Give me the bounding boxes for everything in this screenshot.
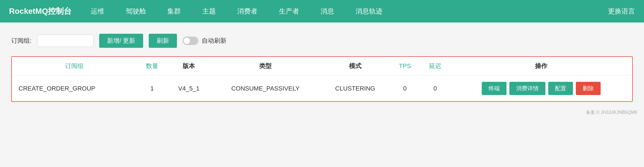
navbar-lang-button[interactable]: 更换语言	[608, 7, 635, 16]
navbar-item-topic[interactable]: 主题	[200, 6, 218, 17]
navbar-item-dashboard[interactable]: 驾驶舱	[123, 6, 148, 17]
navbar: RocketMQ控制台 运维 驾驶舱 集群 主题 消费者 生产者 消息 消息轨迹…	[0, 0, 644, 22]
col-header-count: 数量	[137, 57, 167, 76]
col-header-mode: 模式	[320, 57, 390, 76]
auto-refresh-toggle[interactable]	[183, 37, 198, 45]
navbar-item-trace[interactable]: 消息轨迹	[353, 6, 385, 17]
terminal-button[interactable]: 终端	[482, 82, 507, 95]
navbar-item-ops[interactable]: 运维	[88, 6, 106, 17]
navbar-item-message[interactable]: 消息	[318, 6, 336, 17]
consumer-detail-button[interactable]: 消费详情	[509, 82, 545, 95]
cell-version: V4_5_1	[167, 76, 210, 101]
cell-mode: CLUSTERING	[320, 76, 390, 101]
toolbar: 订阅组: 新增/ 更新 刷新 自动刷新	[11, 34, 633, 48]
refresh-button[interactable]: 刷新	[149, 34, 177, 48]
cell-count: 1	[137, 76, 167, 101]
navbar-item-producer[interactable]: 生产者	[277, 6, 301, 17]
toggle-slider	[183, 37, 198, 45]
search-input[interactable]	[37, 35, 94, 47]
col-header-tps: TPS	[390, 57, 420, 76]
navbar-brand: RocketMQ控制台	[9, 6, 72, 17]
navbar-menu: 运维 驾驶舱 集群 主题 消费者 生产者 消息 消息轨迹	[88, 6, 608, 17]
table-body: CREATE_ORDER_GROUP 1 V4_5_1 CONSUME_PASS…	[12, 76, 632, 101]
auto-refresh-label: 自动刷新	[202, 37, 226, 45]
navbar-item-consumer[interactable]: 消费者	[235, 6, 260, 17]
col-header-version: 版本	[167, 57, 210, 76]
col-header-delay: 延迟	[420, 57, 450, 76]
navbar-item-cluster[interactable]: 集群	[165, 6, 183, 17]
cell-delay: 0	[420, 76, 450, 101]
add-update-button[interactable]: 新增/ 更新	[99, 34, 143, 48]
config-button[interactable]: 配置	[548, 82, 573, 95]
main-content: 订阅组: 新增/ 更新 刷新 自动刷新 订阅组 数量 版本 类型 模式 TPS	[0, 22, 644, 107]
table-header: 订阅组 数量 版本 类型 模式 TPS 延迟 操作	[12, 57, 632, 76]
action-buttons: 终端 消费详情 配置 删除	[455, 82, 628, 95]
delete-button[interactable]: 删除	[576, 82, 601, 95]
cell-tps: 0	[390, 76, 420, 101]
footer-text: 备案 © JH33JKJNB5QM6	[586, 110, 638, 115]
toolbar-label: 订阅组:	[11, 37, 32, 45]
cell-actions: 终端 消费详情 配置 删除	[450, 76, 632, 101]
cell-type: CONSUME_PASSIVELY	[210, 76, 320, 101]
table-row: CREATE_ORDER_GROUP 1 V4_5_1 CONSUME_PASS…	[12, 76, 632, 101]
col-header-type: 类型	[210, 57, 320, 76]
col-header-actions: 操作	[450, 57, 632, 76]
cell-group: CREATE_ORDER_GROUP	[12, 76, 137, 101]
col-header-group: 订阅组	[12, 57, 137, 76]
data-table: 订阅组 数量 版本 类型 模式 TPS 延迟 操作 CREATE_ORDER_G…	[12, 57, 632, 101]
footer: 备案 © JH33JKJNB5QM6	[0, 107, 644, 118]
data-table-wrapper: 订阅组 数量 版本 类型 模式 TPS 延迟 操作 CREATE_ORDER_G…	[11, 56, 633, 102]
auto-refresh-toggle-wrapper: 自动刷新	[183, 37, 226, 45]
